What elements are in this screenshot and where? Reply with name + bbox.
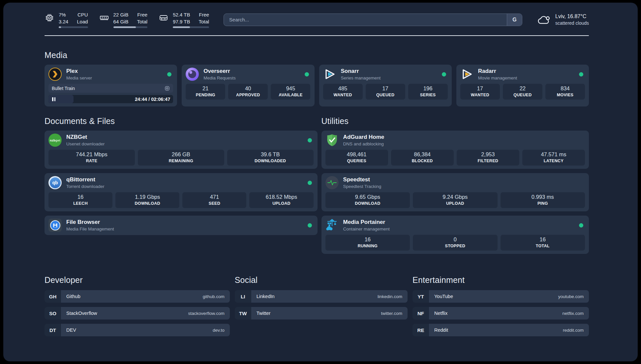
search-bar: G	[224, 14, 522, 26]
weather-widget[interactable]: Lviv, 16.87°C scattered clouds	[537, 14, 589, 26]
stat-tile: 618.52 Mbps UPLOAD	[249, 192, 313, 208]
stat-label: STOPPED	[414, 244, 496, 248]
stat-value: 196	[410, 85, 446, 92]
stat-label: PING	[502, 201, 584, 206]
adguard-icon	[325, 134, 339, 147]
stat-tile: 9.65 Gbps DOWNLOAD	[325, 192, 410, 208]
app-description: Movie management	[478, 76, 517, 80]
plex-icon	[48, 68, 62, 81]
status-online-dot	[579, 223, 583, 228]
stat-tile: 744.21 Mbps RATE	[48, 150, 135, 166]
stat-value: 39.6 TB	[229, 151, 312, 158]
cpu-load-label: Load	[77, 18, 88, 25]
portainer-app-link[interactable]: Media Portainer Container management	[325, 219, 579, 232]
adguard-app-link[interactable]: AdGuard Home DNS and adblocking	[325, 134, 585, 147]
bookmark-link[interactable]: GH Github github.com	[45, 290, 230, 303]
filebrowser-app-link[interactable]: File Browser Media File Management	[48, 219, 308, 232]
section-title-utilities: Utilities	[321, 116, 589, 126]
pause-button[interactable]	[51, 97, 56, 102]
memory-progress-bar	[113, 26, 148, 28]
speedtest-app-link[interactable]: Speedtest Speedtest Tracking	[325, 176, 585, 189]
bookmark-link[interactable]: YT YouTube youtube.com	[412, 290, 589, 303]
stat-value: 21	[187, 85, 224, 92]
bookmark-url: twitter.com	[381, 311, 403, 316]
bookmark-link[interactable]: LI LinkedIn linkedin.com	[235, 290, 408, 303]
stat-label: MOVIES	[547, 93, 584, 97]
bookmark-url: github.com	[203, 294, 225, 299]
bookmark-url: youtube.com	[558, 294, 584, 299]
memory-stat: 22 GiB Free 64 GiB Total	[99, 11, 148, 28]
bookmark-abbr: GH	[45, 290, 61, 303]
social-section: Social LI LinkedIn linkedin.com TW Twitt…	[235, 275, 408, 336]
status-online-dot	[308, 138, 312, 142]
qbittorrent-app-link[interactable]: qb qBittorrent Torrent downloader	[48, 176, 308, 189]
header-bar: 7% CPU 3.24 Load	[45, 11, 589, 28]
stat-value: 945	[272, 85, 309, 92]
portainer-card: Media Portainer Container management 16 …	[321, 216, 589, 254]
developer-section: Developer GH Github github.com SO StackO…	[45, 275, 230, 336]
stat-label: BLOCKED	[392, 159, 452, 163]
section-title-entertainment: Entertainment	[412, 275, 589, 285]
speedtest-card: Speedtest Speedtest Tracking 9.65 Gbps D…	[321, 173, 589, 211]
app-name: AdGuard Home	[343, 134, 384, 140]
memory-free-value: 22 GiB	[113, 11, 129, 18]
stat-tile: 0 STOPPED	[413, 235, 497, 251]
stat-tile: 196 SERIES	[408, 84, 448, 100]
bookmark-link[interactable]: TW Twitter twitter.com	[235, 307, 408, 319]
dashboard-window: 7% CPU 3.24 Load	[3, 3, 638, 361]
app-name: Sonarr	[341, 68, 381, 75]
disk-icon	[159, 13, 168, 23]
header-divider	[45, 35, 589, 36]
stat-value: 17	[462, 85, 499, 92]
qbittorrent-card: qb qBittorrent Torrent downloader 16 L	[45, 173, 318, 211]
stat-value: 9.65 Gbps	[327, 194, 409, 200]
plex-app-link[interactable]: Plex Media server	[48, 68, 167, 81]
nzbget-card: nzbget NZBGet Usenet downloader 744.21 M…	[45, 131, 318, 169]
bookmark-link[interactable]: NF Netflix netflix.com	[412, 307, 589, 319]
stat-value: 17	[367, 85, 404, 92]
sonarr-card: Sonarr Series management 485 WANTED 17	[319, 65, 452, 106]
media-section: Media Plex Media server	[45, 50, 589, 106]
stat-label: RUNNING	[327, 244, 409, 248]
plex-card: Plex Media server Bullet Train	[45, 65, 177, 106]
app-name: Plex	[66, 68, 92, 75]
overseerr-app-link[interactable]: Overseerr Media Requests	[186, 68, 304, 81]
stat-tile: 40 APPROVED	[228, 84, 268, 100]
status-online-dot	[308, 223, 312, 228]
qbittorrent-icon: qb	[48, 176, 62, 189]
stat-tile: 17 WANTED	[460, 84, 500, 100]
bookmark-link[interactable]: SO StackOverflow stackoverflow.com	[45, 307, 230, 319]
app-name: NZBGet	[66, 134, 105, 140]
stat-label: UPLOAD	[251, 201, 312, 206]
radarr-app-link[interactable]: Radarr Movie management	[460, 68, 579, 81]
now-playing-title: Bullet Train	[52, 86, 75, 91]
bookmark-link[interactable]: RE Reddit reddit.com	[412, 324, 589, 336]
bookmark-abbr: NF	[412, 307, 429, 319]
nzbget-app-link[interactable]: nzbget NZBGet Usenet downloader	[48, 134, 308, 147]
settings-icon[interactable]	[165, 86, 170, 91]
disk-progress-bar	[173, 26, 209, 28]
memory-total-label: Total	[137, 18, 147, 25]
disk-free-value: 52.4 TB	[173, 11, 190, 18]
portainer-icon	[325, 219, 339, 232]
stat-tile: 266 GB REMAINING	[138, 150, 224, 166]
search-engine-button[interactable]: G	[507, 14, 522, 26]
bookmark-url: netflix.com	[562, 311, 584, 316]
disk-stat: 52.4 TB Free 97.9 TB Total	[159, 11, 209, 28]
playback-progress-bar[interactable]: 24:44 / 02:06:47	[48, 95, 173, 103]
bookmark-link[interactable]: DT DEV dev.to	[45, 324, 230, 336]
overseerr-icon	[186, 68, 199, 81]
stat-label: REMAINING	[139, 159, 223, 163]
stat-value: 266 GB	[139, 151, 223, 158]
bookmark-label: StackOverflow	[66, 311, 97, 316]
bookmark-url: stackoverflow.com	[188, 311, 224, 316]
stat-value: 618.52 Mbps	[251, 194, 312, 200]
stat-tile: 17 QUEUED	[366, 84, 405, 100]
stat-tile: 2,953 FILTERED	[457, 150, 519, 166]
search-input[interactable]	[224, 14, 507, 26]
speedtest-icon	[325, 176, 339, 189]
app-description: Media Requests	[203, 76, 236, 80]
sonarr-app-link[interactable]: Sonarr Series management	[323, 68, 442, 81]
bookmark-url: dev.to	[213, 328, 225, 333]
section-title-media: Media	[45, 50, 589, 60]
